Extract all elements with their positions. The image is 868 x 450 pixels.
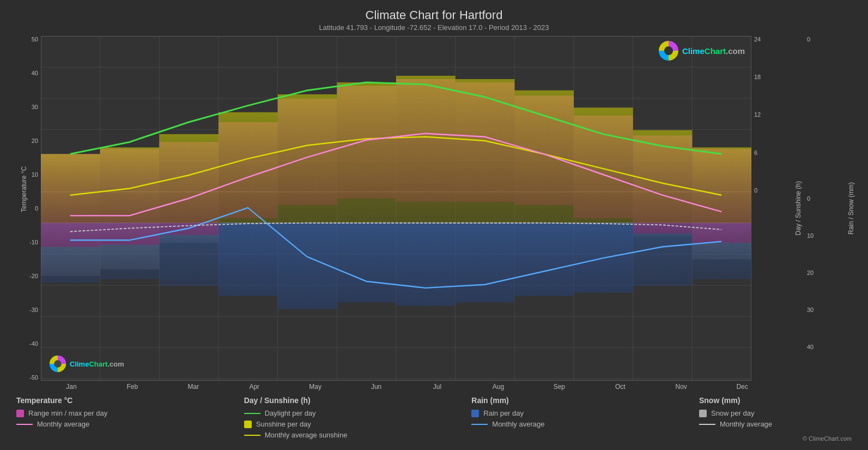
y-right-tick-12: 12 <box>754 111 761 118</box>
legend-line-snow-avg <box>699 424 715 425</box>
y-rain-tick-0: 0 <box>807 36 810 43</box>
svg-rect-34 <box>514 223 574 296</box>
y-tick-n40: -40 <box>29 340 38 347</box>
svg-point-66 <box>664 46 673 55</box>
legend-area: Temperature °C Range min / max per day M… <box>11 391 857 445</box>
legend-label-rain-day: Rain per day <box>483 409 524 417</box>
y-tick-30: 30 <box>32 104 38 110</box>
legend-label-temp-avg: Monthly average <box>37 420 89 428</box>
svg-rect-57 <box>278 94 337 223</box>
legend-label-temp-range: Range min / max per day <box>28 409 107 417</box>
svg-rect-33 <box>456 223 515 303</box>
x-label-aug: Aug <box>468 383 529 391</box>
x-label-jun: Jun <box>346 383 407 391</box>
y-tick-20: 20 <box>32 137 38 144</box>
climate-chart-svg <box>41 36 751 381</box>
main-container: Climate Chart for Hartford Latitude 41.7… <box>0 0 868 450</box>
chart-subtitle: Latitude 41.793 - Longitude -72.652 - El… <box>11 23 857 32</box>
y-axis-right-rain: 0 0 10 20 30 40 <box>804 36 845 381</box>
y-tick-40: 40 <box>32 70 38 76</box>
legend-color-snow-day <box>699 410 707 417</box>
svg-rect-54 <box>100 147 160 223</box>
legend-label-snow-day: Snow per day <box>711 409 755 417</box>
logo-icon-top <box>658 40 679 61</box>
legend-title-temperature: Temperature °C <box>16 396 169 405</box>
legend-item-temp-range: Range min / max per day <box>16 409 169 417</box>
y-rain-tick-40: 40 <box>807 344 814 350</box>
y-tick-n30: -30 <box>29 307 38 313</box>
y-right-rain-label-container: Rain / Snow (mm) <box>845 36 857 381</box>
x-axis-labels: Jan Feb Mar Apr May Jun Jul Aug Sep Oct … <box>11 381 857 391</box>
legend-item-daylight: Daylight per day <box>244 409 397 417</box>
legend-color-temp-range <box>16 410 24 417</box>
chart-title: Climate Chart for Hartford <box>11 8 857 22</box>
watermark: © ClimeChart.com <box>803 435 852 442</box>
x-label-feb: Feb <box>102 383 163 391</box>
x-label-dec: Dec <box>712 383 773 391</box>
legend-title-snow: Snow (mm) <box>699 396 852 405</box>
legend-label-snow-avg: Monthly average <box>720 420 772 428</box>
svg-point-68 <box>54 360 61 367</box>
legend-item-snow-day: Snow per day <box>699 409 852 417</box>
legend-title-sunshine: Day / Sunshine (h) <box>244 396 397 405</box>
legend-line-sunshine-avg <box>244 435 260 436</box>
legend-section-rain: Rain (mm) Rain per day Monthly average <box>471 396 624 442</box>
legend-item-rain-avg: Monthly average <box>471 420 624 428</box>
legend-item-snow-avg: Monthly average <box>699 420 852 428</box>
y-right-sunshine-label-container: Day / Sunshine (h) <box>792 36 804 381</box>
y-rain-tick-30: 30 <box>807 307 814 313</box>
y-tick-50: 50 <box>32 36 38 43</box>
x-label-jul: Jul <box>407 383 468 391</box>
y-rain-tick-20: 20 <box>807 269 814 276</box>
y-tick-10: 10 <box>32 171 38 178</box>
legend-label-sunshine-avg: Monthly average sunshine <box>265 431 348 439</box>
svg-rect-31 <box>337 223 396 303</box>
logo-icon-bottom <box>49 355 66 373</box>
x-label-oct: Oct <box>590 383 651 391</box>
y-axis-right-rain-label: Rain / Snow (mm) <box>847 182 855 235</box>
y-rain-tick-0b: 0 <box>807 195 810 202</box>
y-right-tick-24: 24 <box>754 36 761 43</box>
legend-label-daylight: Daylight per day <box>265 409 316 417</box>
svg-rect-59 <box>396 76 456 223</box>
svg-rect-61 <box>514 91 574 223</box>
legend-title-rain: Rain (mm) <box>471 396 624 405</box>
legend-label-sunshine: Sunshine per day <box>256 420 311 428</box>
y-tick-n20: -20 <box>29 273 38 279</box>
svg-rect-56 <box>218 112 278 223</box>
x-label-sep: Sep <box>529 383 590 391</box>
svg-rect-64 <box>692 147 751 223</box>
svg-rect-32 <box>396 223 456 306</box>
legend-color-rain-day <box>471 410 479 417</box>
right-axes: 24 18 12 6 0 Day / Sunshine (h) 0 <box>751 36 857 381</box>
svg-rect-55 <box>159 134 218 223</box>
legend-color-sunshine <box>244 421 252 428</box>
y-right-tick-6: 6 <box>754 149 757 156</box>
logo-text-top: ClimeChart.com <box>682 46 745 56</box>
y-tick-n10: -10 <box>29 239 38 245</box>
svg-rect-53 <box>41 154 100 223</box>
legend-section-sunshine: Day / Sunshine (h) Daylight per day Suns… <box>244 396 397 442</box>
svg-rect-29 <box>218 223 278 296</box>
legend-item-temp-avg: Monthly average <box>16 420 169 428</box>
logo-top-right: ClimeChart.com <box>658 40 745 61</box>
y-right-tick-18: 18 <box>754 74 761 80</box>
x-label-mar: Mar <box>163 383 224 391</box>
y-tick-0: 0 <box>35 205 38 212</box>
legend-line-rain-avg <box>471 424 488 425</box>
x-label-nov: Nov <box>651 383 712 391</box>
x-label-may: May <box>285 383 346 391</box>
legend-line-temp-avg <box>16 424 33 425</box>
svg-rect-58 <box>337 82 396 223</box>
y-axis-right-sunshine-label: Day / Sunshine (h) <box>794 181 802 235</box>
legend-line-daylight <box>244 413 260 414</box>
y-axis-right-sunshine: 24 18 12 6 0 <box>751 36 792 381</box>
svg-rect-62 <box>574 107 633 223</box>
logo-bottom-left: ClimeChart.com <box>49 355 124 373</box>
y-axis-left-label: Temperature °C <box>20 166 28 212</box>
legend-section-temperature: Temperature °C Range min / max per day M… <box>16 396 169 442</box>
y-rain-tick-10: 10 <box>807 232 814 239</box>
legend-item-sunshine: Sunshine per day <box>244 420 397 428</box>
legend-label-rain-avg: Monthly average <box>492 420 544 428</box>
y-tick-n50: -50 <box>29 374 38 381</box>
